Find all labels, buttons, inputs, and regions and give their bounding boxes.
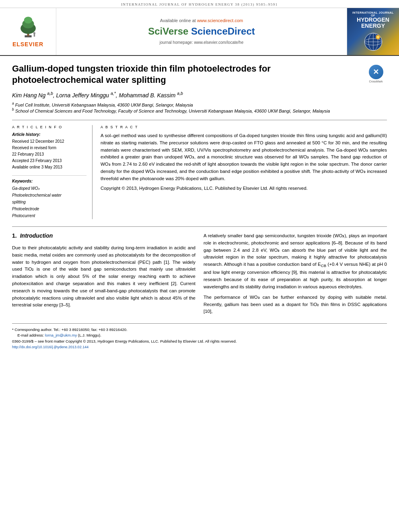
doi-line: http://dx.doi.org/10.1016/j.ijhydene.201…: [12, 344, 387, 350]
history-item-2: Received in revised form: [12, 145, 86, 151]
issn-line: 0360-3199/$ – see front matter Copyright…: [12, 339, 387, 344]
journal-image-subtitle: HYDROGEN ENERGY: [357, 17, 389, 29]
authors-line: Kim Hang Ng a,b, Lorna Jeffery Minggu a,…: [12, 91, 387, 99]
intro-divider: [12, 226, 387, 227]
journal-globe-icon: [363, 32, 383, 52]
affiliation-b: b School of Chemical Sciences and Food T…: [12, 108, 387, 113]
history-item-4: Accepted 23 February 2013: [12, 158, 86, 164]
introduction-left-col: 1. Introduction Due to their photocataly…: [12, 232, 195, 315]
journal-homepage: journal homepage: www.elsevier.com/locat…: [160, 40, 243, 45]
intro-number: 1.: [12, 232, 17, 239]
paper-title: Gallium-doped tungsten trioxide thin fil…: [12, 63, 361, 86]
crossmark-badge[interactable]: ✕ CrossMark: [365, 65, 387, 83]
intro-left-text: Due to their photocatalytic activity and…: [12, 244, 195, 309]
email-line: E-mail address: lorna_jm@ukm.my (L.J. Mi…: [12, 333, 387, 338]
journal-image-title: International Journal of: [350, 11, 396, 17]
journal-image: International Journal of HYDROGEN ENERGY: [347, 8, 399, 55]
sciverse-title: SciVerse ScienceDirect: [148, 26, 255, 37]
journal-bar: International Journal of Hydrogen Energy…: [0, 0, 399, 8]
keyword-4: Photocurrent: [12, 212, 86, 219]
elsevier-tree-icon: [14, 15, 42, 39]
history-item-3: 22 February 2013: [12, 151, 86, 158]
article-info-abstract-row: A R T I C L E I N F O Article history: R…: [12, 120, 387, 219]
sciencedirect-link[interactable]: www.sciencedirect.com: [197, 18, 243, 23]
svg-rect-6: [33, 34, 35, 37]
svg-point-4: [24, 17, 32, 24]
intro-title: Introduction: [20, 232, 53, 239]
email-link[interactable]: lorna_jm@ukm.my: [45, 333, 77, 337]
article-info-heading: A R T I C L E I N F O: [12, 125, 86, 129]
keywords-label: Keywords:: [12, 179, 86, 183]
title-row: Gallium-doped tungsten trioxide thin fil…: [12, 63, 387, 86]
header-center: Available online at www.sciencedirect.co…: [56, 8, 347, 55]
corresponding-author-note: * Corresponding author. Tel.: +60 3 8921…: [12, 327, 387, 333]
affiliations: a Fuel Cell Institute, Universiti Kebang…: [12, 102, 387, 113]
available-text: Available online at www.sciencedirect.co…: [160, 18, 243, 23]
svg-point-13: [376, 36, 379, 39]
keywords-section: Keywords: Ga-doped WO₃ Photoelectrochemi…: [12, 175, 86, 219]
history-item-5: Available online 3 May 2013: [12, 164, 86, 170]
elsevier-logo: ELSEVIER: [12, 15, 43, 47]
elsevier-logo-area: ELSEVIER: [0, 8, 56, 55]
article-history-label: Article history:: [12, 132, 86, 137]
abstract-text: A sol–gel method was used to synthesise …: [101, 132, 387, 183]
paper-content: Gallium-doped tungsten trioxide thin fil…: [0, 56, 399, 358]
intro-right-text-2: The performance of WO₃ can be further en…: [204, 294, 387, 315]
doi-link[interactable]: http://dx.doi.org/10.1016/j.ijhydene.201…: [12, 345, 88, 349]
article-info-column: A R T I C L E I N F O Article history: R…: [12, 125, 93, 219]
abstract-heading: A B S T R A C T: [101, 125, 387, 129]
crossmark-label: CrossMark: [369, 80, 383, 83]
history-item-1: Received 12 December 2012: [12, 138, 86, 145]
header: ELSEVIER Available online at www.science…: [0, 8, 399, 56]
keyword-2: Photoelectrochemical watersplitting: [12, 192, 86, 205]
abstract-copyright: Copyright © 2013, Hydrogen Energy Public…: [101, 185, 387, 192]
keyword-1: Ga-doped WO₃: [12, 185, 86, 192]
introduction-right-col: A relatively smaller band gap semiconduc…: [204, 232, 387, 315]
introduction-section: 1. Introduction Due to their photocataly…: [12, 232, 387, 315]
crossmark-circle: ✕: [369, 65, 383, 79]
elsevier-label: ELSEVIER: [12, 41, 43, 47]
abstract-column: A B S T R A C T A sol–gel method was use…: [101, 125, 387, 219]
journal-bar-text: International Journal of Hydrogen Energy…: [121, 2, 278, 6]
article-history-items: Received 12 December 2012 Received in re…: [12, 138, 86, 170]
intro-right-text-1: A relatively smaller band gap semiconduc…: [204, 232, 387, 291]
footer-section: * Corresponding author. Tel.: +60 3 8921…: [12, 323, 387, 350]
affiliation-a: a Fuel Cell Institute, Universiti Kebang…: [12, 102, 387, 107]
keyword-3: Photoelectrode: [12, 205, 86, 212]
